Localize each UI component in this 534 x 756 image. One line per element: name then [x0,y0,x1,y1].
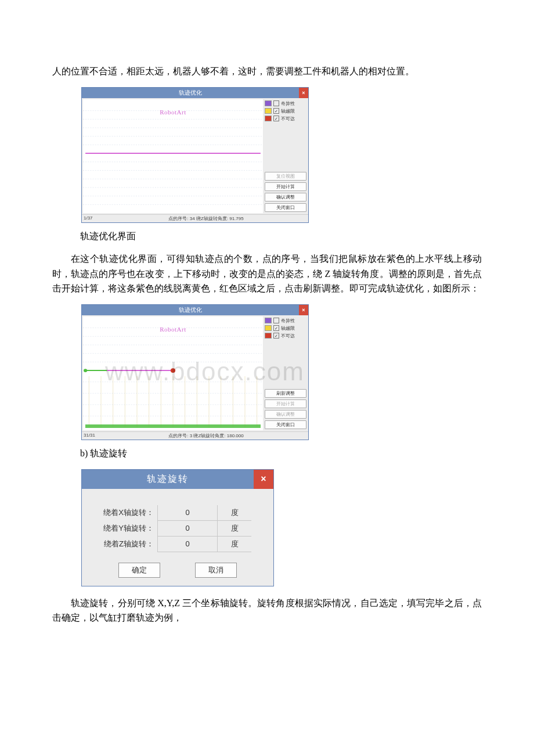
legend-item-singular: 奇异性 [265,100,306,107]
status-sequence: 31/31 [84,433,106,439]
ok-button[interactable]: 确定 [118,563,160,578]
titlebar: 轨迹旋转 × [82,470,273,489]
table-row: 绕着X轴旋转： 0 度 [92,505,263,521]
window-title: 轨迹优化 [82,88,299,98]
checkbox[interactable] [273,318,279,323]
rotate-inputs-table: 绕着X轴旋转： 0 度 绕着Y轴旋转： 0 度 绕着Z轴旋转： 0 [92,505,263,552]
status-bar: 31/31 点的序号: 3 绕Z轴旋转角度: 180.000 [82,431,308,440]
side-panel: 奇异性 ✓ 轴越限 ✓ 不可达 [263,98,308,214]
status-info: 点的序号: 3 绕Z轴旋转角度: 180.000 [106,433,306,439]
section-heading: b) 轨迹旋转 [52,446,482,461]
svg-point-37 [84,369,87,372]
rotate-y-label: 绕着Y轴旋转： [92,520,158,536]
titlebar: 轨迹优化 × [82,305,308,315]
legend-label: 奇异性 [281,100,295,107]
optimize-chart[interactable]: RobotArt [83,99,263,213]
paragraph: 在这个轨迹优化界面，可得知轨迹点的个数，点的序号，当我们把鼠标放在紫色的上水平线… [52,251,482,296]
titlebar: 轨迹优化 × [82,88,308,98]
legend-label: 奇异性 [281,318,295,324]
brand-label: RobotArt [83,326,263,333]
checkbox[interactable]: ✓ [273,116,279,121]
trajectory-optimize-dialog-2: 轨迹优化 × [81,304,309,440]
close-window-button[interactable]: 关闭窗口 [265,420,306,429]
rotate-x-input[interactable]: 0 [158,505,218,521]
trajectory-rotate-dialog: 轨迹旋转 × 绕着X轴旋转： 0 度 绕着Y轴旋转： 0 度 [81,469,274,586]
paragraph: 轨迹旋转，分别可绕 X,Y,Z 三个坐标轴旋转。旋转角度根据实际情况，自己选定，… [52,596,482,625]
status-info: 点的序号: 34 绕Z轴旋转角度: 91.795 [106,215,306,222]
confirm-adjust-button[interactable]: 确认调整 [265,193,306,201]
legend-item-singular: 奇异性 [265,318,306,324]
start-calc-button[interactable]: 开始计算 [265,399,306,408]
close-icon[interactable]: × [299,88,308,98]
close-icon[interactable]: × [299,305,308,315]
legend-label: 不可达 [281,116,295,122]
legend-label: 轴越限 [281,325,295,332]
legend: 奇异性 ✓ 轴越限 ✓ 不可达 [265,100,306,123]
progress-bar [85,424,261,428]
legend-item-unreach: ✓ 不可达 [265,116,306,122]
rotate-z-label: 绕着Z轴旋转： [92,536,158,552]
legend-label: 轴越限 [281,108,295,114]
rotate-z-input[interactable]: 0 [158,536,218,552]
legend-item-overlimit: ✓ 轴越限 [265,325,306,332]
reset-view-button[interactable]: 复位视图 [265,172,306,181]
legend-item-unreach: ✓ 不可达 [265,333,306,339]
checkbox[interactable] [273,100,279,106]
start-calc-button[interactable]: 开始计算 [265,182,306,191]
paragraph: 人的位置不合适，相距太远，机器人够不着，这时，需要调整工件和机器人的相对位置。 [52,64,482,79]
svg-point-39 [171,368,175,373]
checkbox[interactable]: ✓ [273,325,279,331]
rotate-x-label: 绕着X轴旋转： [92,505,158,521]
rotate-y-input[interactable]: 0 [158,520,218,536]
checkbox[interactable]: ✓ [273,108,279,114]
figure-caption: 轨迹优化界面 [52,229,482,244]
status-sequence: 1/37 [84,215,106,222]
window-title: 轨迹旋转 [82,470,254,489]
unit-label: 度 [218,505,252,521]
confirm-adjust-button[interactable]: 确认调整 [265,410,306,419]
unit-label: 度 [218,536,252,552]
legend-item-overlimit: ✓ 轴越限 [265,108,306,114]
legend: 奇异性 ✓ 轴越限 ✓ 不可达 [265,318,306,340]
window-title: 轨迹优化 [82,305,299,315]
cancel-button[interactable]: 取消 [195,563,237,578]
table-row: 绕着Z轴旋转： 0 度 [92,536,263,552]
close-icon[interactable]: × [254,470,273,489]
close-window-button[interactable]: 关闭窗口 [265,203,306,212]
trajectory-optimize-dialog-1: 轨迹优化 × R [81,87,309,223]
checkbox[interactable]: ✓ [273,333,279,339]
unit-label: 度 [218,520,252,536]
refresh-adjust-button[interactable]: 刷新调整 [265,389,306,398]
table-row: 绕着Y轴旋转： 0 度 [92,520,263,536]
brand-label: RobotArt [83,109,263,116]
side-panel: 奇异性 ✓ 轴越限 ✓ 不可达 [263,315,308,431]
optimize-chart[interactable]: RobotArt [83,316,263,430]
legend-label: 不可达 [281,333,295,339]
status-bar: 1/37 点的序号: 34 绕Z轴旋转角度: 91.795 [82,214,308,222]
